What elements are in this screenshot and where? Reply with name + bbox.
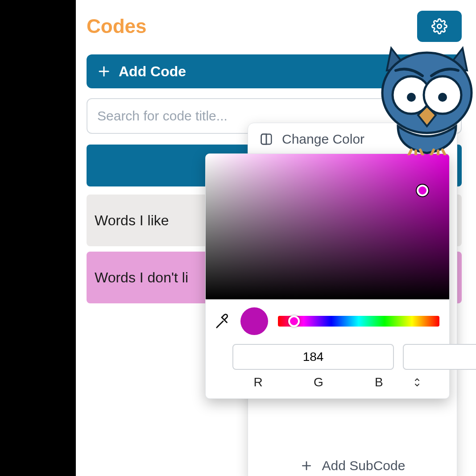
saturation-area[interactable] [206,154,449,299]
g-input[interactable] [403,344,476,370]
plus-icon [97,65,111,78]
page-title: Codes [87,15,146,37]
r-label: R [232,375,284,389]
g-label: G [293,375,344,389]
color-swatch [240,307,268,335]
code-item-label: Words I don't li [95,269,188,286]
owl-mascot [373,44,476,155]
svg-point-0 [438,25,442,29]
add-subcode-label: Add SubCode [322,458,406,473]
rgb-labels: R G B [206,373,449,398]
b-label: B [353,375,405,389]
palette-icon [260,132,273,146]
plus-icon [300,460,313,472]
color-mode-toggle[interactable] [414,377,422,388]
saturation-handle[interactable] [417,185,428,196]
picker-controls-row [206,299,449,339]
rgb-inputs [206,339,449,373]
settings-button[interactable] [417,11,462,42]
svg-point-9 [438,93,447,102]
gear-icon [431,18,447,34]
change-color-label: Change Color [282,132,364,147]
add-subcode-menu-item[interactable]: Add SubCode [248,450,457,476]
eyedropper-icon[interactable] [215,314,231,329]
r-input[interactable] [232,344,394,370]
header-row: Codes [87,11,462,42]
hue-slider[interactable] [278,316,439,327]
color-picker: R G B [205,153,450,399]
code-item-label: Words I like [95,212,169,229]
hue-handle[interactable] [288,315,300,327]
svg-point-8 [407,93,416,102]
add-code-label: Add Code [119,63,186,80]
